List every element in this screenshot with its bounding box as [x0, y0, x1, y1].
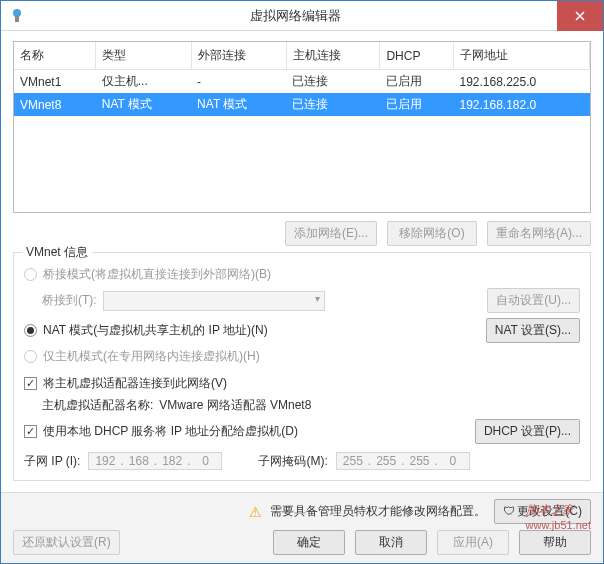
ok-button[interactable]: 确定 — [273, 530, 345, 555]
remove-network-button[interactable]: 移除网络(O) — [387, 221, 477, 246]
table-cell: 已启用 — [380, 70, 454, 94]
connect-host-label: 将主机虚拟适配器连接到此网络(V) — [43, 375, 227, 392]
table-cell: 已启用 — [380, 93, 454, 116]
table-cell: 192.168.182.0 — [453, 93, 589, 116]
column-header[interactable]: 名称 — [14, 42, 96, 70]
bridged-to-select[interactable] — [103, 291, 326, 311]
subnet-mask-label: 子网掩码(M): — [258, 453, 327, 470]
svg-point-0 — [13, 9, 21, 17]
cancel-button[interactable]: 取消 — [355, 530, 427, 555]
table-cell: 已连接 — [286, 70, 379, 94]
bridged-radio[interactable] — [24, 268, 37, 281]
adapter-name-value: VMware 网络适配器 VMnet8 — [159, 397, 311, 414]
table-cell: NAT 模式 — [191, 93, 286, 116]
adapter-name-label: 主机虚拟适配器名称: — [42, 397, 153, 414]
table-cell: 已连接 — [286, 93, 379, 116]
table-cell: VMnet1 — [14, 70, 96, 94]
nat-settings-button[interactable]: NAT 设置(S)... — [486, 318, 580, 343]
group-title: VMnet 信息 — [22, 244, 92, 261]
warning-icon — [249, 504, 262, 520]
add-network-button[interactable]: 添加网络(E)... — [285, 221, 377, 246]
nat-radio[interactable] — [24, 324, 37, 337]
vmnet-info-group: VMnet 信息 桥接模式(将虚拟机直接连接到外部网络)(B) 桥接到(T): … — [13, 252, 591, 481]
table-cell: - — [191, 70, 286, 94]
table-row[interactable]: VMnet1仅主机...-已连接已启用192.168.225.0 — [14, 70, 590, 94]
rename-network-button[interactable]: 重命名网络(A)... — [487, 221, 591, 246]
bridged-to-label: 桥接到(T): — [42, 292, 97, 309]
subnet-ip-field[interactable]: 192.168.182.0 — [88, 452, 222, 470]
column-header[interactable]: 子网地址 — [453, 42, 589, 70]
table-row[interactable]: VMnet8NAT 模式NAT 模式已连接已启用192.168.182.0 — [14, 93, 590, 116]
window-title: 虚拟网络编辑器 — [33, 7, 557, 25]
table-cell: 192.168.225.0 — [453, 70, 589, 94]
subnet-mask-field[interactable]: 255.255.255.0 — [336, 452, 470, 470]
connect-host-checkbox[interactable] — [24, 377, 37, 390]
nat-label: NAT 模式(与虚拟机共享主机的 IP 地址)(N) — [43, 322, 268, 339]
apply-button[interactable]: 应用(A) — [437, 530, 509, 555]
subnet-ip-label: 子网 IP (I): — [24, 453, 80, 470]
dhcp-settings-button[interactable]: DHCP 设置(P)... — [475, 419, 580, 444]
hostonly-radio[interactable] — [24, 350, 37, 363]
shield-icon — [503, 504, 517, 518]
use-dhcp-checkbox[interactable] — [24, 425, 37, 438]
warning-text: 需要具备管理员特权才能修改网络配置。 — [270, 503, 486, 520]
column-header[interactable]: DHCP — [380, 42, 454, 70]
hostonly-label: 仅主机模式(在专用网络内连接虚拟机)(H) — [43, 348, 260, 365]
title-bar: 虚拟网络编辑器 — [1, 1, 603, 31]
svg-rect-1 — [15, 16, 19, 22]
footer: 需要具备管理员特权才能修改网络配置。 更改设置(C) 还原默认设置(R) 确定 … — [1, 492, 603, 563]
bridged-label: 桥接模式(将虚拟机直接连接到外部网络)(B) — [43, 266, 271, 283]
column-header[interactable]: 类型 — [96, 42, 191, 70]
app-icon — [7, 6, 27, 26]
table-cell: NAT 模式 — [96, 93, 191, 116]
column-header[interactable]: 外部连接 — [191, 42, 286, 70]
help-button[interactable]: 帮助 — [519, 530, 591, 555]
networks-table[interactable]: 名称类型外部连接主机连接DHCP子网地址 VMnet1仅主机...-已连接已启用… — [13, 41, 591, 213]
auto-settings-button[interactable]: 自动设置(U)... — [487, 288, 580, 313]
close-button[interactable] — [557, 1, 603, 31]
use-dhcp-label: 使用本地 DHCP 服务将 IP 地址分配给虚拟机(D) — [43, 423, 298, 440]
table-cell: 仅主机... — [96, 70, 191, 94]
column-header[interactable]: 主机连接 — [286, 42, 379, 70]
watermark: 脚本之家 www.jb51.net — [526, 498, 591, 531]
table-toolbar: 添加网络(E)... 移除网络(O) 重命名网络(A)... — [13, 221, 591, 246]
restore-defaults-button[interactable]: 还原默认设置(R) — [13, 530, 120, 555]
table-cell: VMnet8 — [14, 93, 96, 116]
